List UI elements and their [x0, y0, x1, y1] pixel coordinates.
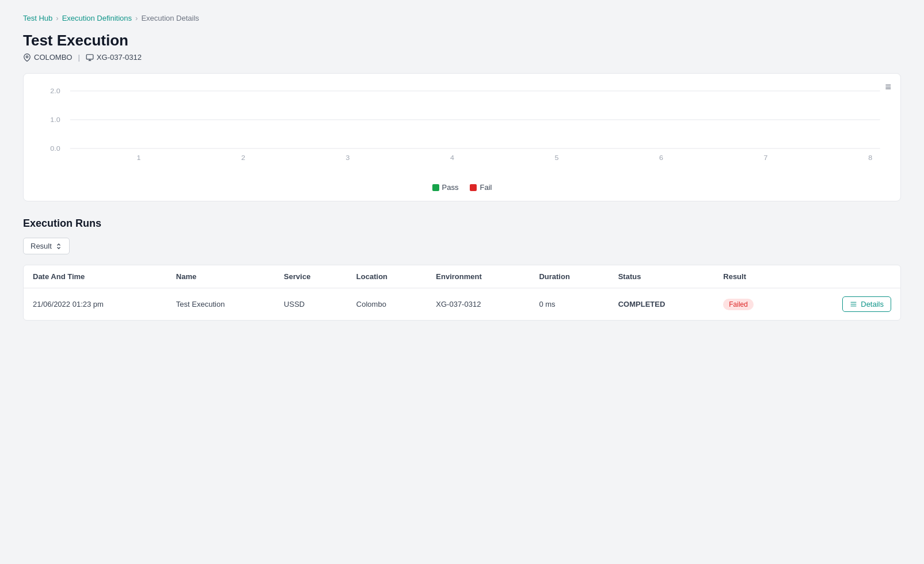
svg-text:6: 6 [659, 154, 663, 161]
legend-fail-dot [470, 184, 477, 191]
breadcrumb-execution-definitions[interactable]: Execution Definitions [62, 14, 132, 22]
cell-service: USSD [275, 288, 347, 321]
result-filter-button[interactable]: Result [23, 238, 70, 254]
col-location: Location [347, 265, 427, 288]
svg-text:3: 3 [345, 154, 349, 161]
details-icon [850, 300, 857, 308]
filter-label: Result [31, 242, 52, 250]
execution-runs-title: Execution Runs [23, 218, 901, 230]
details-button[interactable]: Details [842, 296, 891, 312]
page-meta: COLOMBO | XG-037-0312 [23, 53, 901, 62]
svg-text:7: 7 [764, 154, 768, 161]
execution-runs-table-wrapper: Date And Time Name Service Location Envi… [23, 265, 901, 321]
col-result: Result [714, 265, 792, 288]
cell-duration: 0 ms [530, 288, 609, 321]
table-row: 21/06/2022 01:23 pm Test Execution USSD … [24, 288, 900, 321]
svg-text:0.0: 0.0 [50, 145, 60, 152]
cell-actions: Details [792, 288, 900, 321]
col-status: Status [609, 265, 714, 288]
cell-status: COMPLETED [609, 288, 714, 321]
svg-text:2.0: 2.0 [50, 87, 60, 94]
svg-rect-1 [86, 54, 93, 59]
breadcrumb: Test Hub › Execution Definitions › Execu… [23, 14, 901, 22]
breadcrumb-sep-1: › [56, 14, 58, 22]
cell-name: Test Execution [167, 288, 275, 321]
chart-card: ≡ 2.0 1.0 0.0 1 2 3 4 5 6 7 8 [23, 73, 901, 201]
breadcrumb-test-hub[interactable]: Test Hub [23, 14, 52, 22]
col-name: Name [167, 265, 275, 288]
legend-fail: Fail [470, 183, 492, 192]
execution-runs-table: Date And Time Name Service Location Envi… [24, 265, 900, 320]
result-badge: Failed [723, 299, 754, 310]
chart-svg: 2.0 1.0 0.0 1 2 3 4 5 6 7 8 [37, 85, 887, 166]
filter-chevron-icon [55, 243, 62, 250]
cell-result: Failed [714, 288, 792, 321]
legend-fail-label: Fail [480, 183, 492, 192]
svg-text:4: 4 [450, 154, 454, 161]
device-meta: XG-037-0312 [86, 53, 142, 62]
chart-legend: Pass Fail [37, 183, 887, 192]
legend-pass-label: Pass [442, 183, 459, 192]
breadcrumb-execution-details: Execution Details [141, 14, 199, 22]
device-id-text: XG-037-0312 [97, 53, 142, 62]
cell-date-time: 21/06/2022 01:23 pm [24, 288, 167, 321]
col-environment: Environment [427, 265, 530, 288]
svg-text:1: 1 [136, 154, 140, 161]
legend-pass: Pass [432, 183, 459, 192]
svg-text:2: 2 [241, 154, 245, 161]
meta-separator: | [78, 53, 79, 62]
cell-location: Colombo [347, 288, 427, 321]
legend-pass-dot [432, 184, 439, 191]
col-actions [792, 265, 900, 288]
breadcrumb-sep-2: › [135, 14, 138, 22]
location-meta: COLOMBO [23, 53, 72, 62]
table-body: 21/06/2022 01:23 pm Test Execution USSD … [24, 288, 900, 321]
chart-area: 2.0 1.0 0.0 1 2 3 4 5 6 7 8 [37, 85, 887, 177]
svg-text:8: 8 [868, 154, 872, 161]
svg-text:5: 5 [555, 154, 559, 161]
svg-point-0 [26, 56, 28, 58]
col-date-time: Date And Time [24, 265, 167, 288]
svg-text:1.0: 1.0 [50, 116, 60, 123]
table-header: Date And Time Name Service Location Envi… [24, 265, 900, 288]
location-text: COLOMBO [34, 53, 72, 62]
cell-environment: XG-037-0312 [427, 288, 530, 321]
col-service: Service [275, 265, 347, 288]
location-icon [23, 54, 31, 62]
device-icon [86, 54, 94, 62]
col-duration: Duration [530, 265, 609, 288]
details-label: Details [861, 300, 884, 308]
status-text: COMPLETED [618, 300, 666, 308]
page-title: Test Execution [23, 32, 901, 49]
